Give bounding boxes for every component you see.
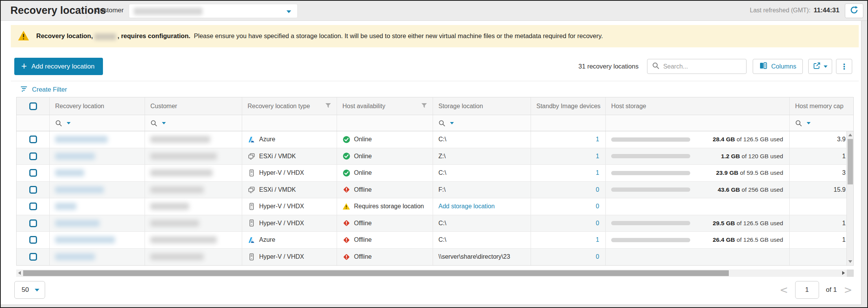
standby-devices-count-link[interactable]: 0 [596,253,599,260]
chevron-down-icon [67,122,71,124]
table-filter-row [17,115,853,131]
table-row[interactable]: Hyper-V / VHDX Offline \\server\share\di… [17,249,853,266]
standby-devices-count-link[interactable]: 1 [596,169,599,176]
table-row[interactable]: Hyper-V / VHDX Offline C:\ 0 29.5 GB of … [17,215,853,232]
scroll-up-icon[interactable] [848,134,852,136]
horizontal-scrollbar[interactable] [16,270,847,277]
hyperv-vhdx-icon [249,253,254,261]
customer-name-redacted [150,236,217,243]
table-row[interactable]: Azure Online C:\ 1 28.4 GB of 126.5 GB u… [17,131,853,148]
page-number-input[interactable] [795,281,819,299]
host-storage-usage-text: 29.5 GB of 126.5 GB used [713,220,789,227]
add-storage-location-link[interactable]: Add storage location [438,203,495,210]
recovery-location-link-redacted[interactable] [55,203,76,210]
row-checkbox[interactable] [29,152,37,160]
filter-funnel-icon[interactable] [325,103,331,110]
last-refreshed-time: 11:44:31 [814,7,839,14]
search-input[interactable] [663,63,743,70]
create-filter-link[interactable]: Create Filter [20,85,67,94]
top-header-bar: Recovery locations Customer Last refresh… [1,1,867,21]
recovery-location-link-redacted[interactable] [55,136,108,143]
column-header-customer[interactable]: Customer [145,97,242,115]
search-icon [652,62,659,71]
standby-devices-count-link[interactable]: 1 [596,136,599,143]
recovery-location-link-redacted[interactable] [55,186,104,193]
standby-devices-count-link[interactable]: 1 [596,236,599,243]
customer-name-redacted [150,153,217,160]
recovery-location-type: ESXi / VMDK [259,186,296,193]
recovery-location-type: Hyper-V / VHDX [259,169,304,176]
refresh-button[interactable] [845,3,863,18]
export-icon [813,62,821,71]
azure-icon [248,237,255,243]
columns-button[interactable]: Columns [753,59,803,74]
column-header-recovery-location[interactable]: Recovery location [50,97,145,115]
recovery-location-link-redacted[interactable] [55,220,99,227]
table-row[interactable]: Hyper-V / VHDX Requires storage location… [17,198,853,215]
row-checkbox[interactable] [29,253,37,261]
customer-name-redacted [150,220,199,227]
row-checkbox[interactable] [29,169,37,177]
customer-select[interactable] [129,4,298,18]
host-storage-bar [611,221,690,225]
row-checkbox[interactable] [29,136,37,143]
column-header-standby-devices[interactable]: Standby Image devices [531,97,606,115]
column-header-type[interactable]: Recovery location type [242,97,337,115]
column-search-control[interactable] [55,120,71,127]
scroll-right-icon[interactable] [842,271,845,275]
customer-name-redacted [150,203,189,210]
column-search-control[interactable] [150,120,166,127]
recovery-location-link-redacted[interactable] [55,169,84,176]
column-search-control[interactable] [795,120,811,127]
column-header-host-storage[interactable]: Host storage [606,97,790,115]
columns-icon [759,62,767,71]
table-row[interactable]: Hyper-V / VHDX Online C:\ 1 23.9 GB of 5… [17,165,853,182]
vertical-scrollbar[interactable] [846,131,853,265]
offline-alert-icon [343,253,350,261]
host-memory-value: 3.9 [837,136,846,143]
add-recovery-location-button[interactable]: + Add recovery location [14,58,103,75]
recovery-location-type: Azure [259,136,275,143]
scroll-down-icon[interactable] [848,260,852,263]
standby-devices-count-link[interactable]: 0 [596,220,599,227]
host-availability-status: Online [354,169,372,176]
row-checkbox[interactable] [29,186,37,194]
chevron-down-icon [287,10,291,13]
chevron-down-icon [162,122,166,124]
export-button[interactable] [808,59,832,74]
previous-page-icon[interactable]: < [780,285,788,295]
table-row[interactable]: ESXi / VMDK Online Z:\ 1 1.2 GB of 120 G… [17,148,853,165]
more-actions-button[interactable]: ⋮ [836,59,852,74]
column-search-control[interactable] [438,120,454,127]
row-checkbox[interactable] [29,219,37,227]
recovery-location-link-redacted[interactable] [55,153,95,160]
table-row[interactable]: ESXi / VMDK Offline F:\ 0 43.6 GB of 256… [17,182,853,199]
filter-funnel-icon[interactable] [421,103,427,110]
table-row[interactable]: Azure Offline C:\ 1 26.4 GB of 126.5 GB … [17,232,853,249]
next-page-icon[interactable]: > [844,285,852,295]
recovery-location-link-redacted[interactable] [55,236,115,243]
horizontal-scrollbar-thumb[interactable] [23,270,729,276]
chevron-down-icon [824,65,828,68]
column-header-storage-location[interactable]: Storage location [433,97,531,115]
standby-devices-count-link[interactable]: 0 [596,203,599,210]
scroll-left-icon[interactable] [18,271,21,275]
standby-devices-count-link[interactable]: 0 [596,186,599,193]
column-header-host-availability[interactable]: Host availability [337,97,433,115]
row-checkbox[interactable] [29,236,37,244]
recovery-location-type: ESXi / VMDK [259,153,296,160]
customer-label: Customer [95,7,124,14]
standby-devices-count-link[interactable]: 1 [596,153,599,160]
vertical-scrollbar-thumb[interactable] [848,139,853,184]
row-checkbox[interactable] [29,203,37,210]
page-size-select[interactable]: 50 [14,281,45,299]
recovery-location-link-redacted[interactable] [55,253,95,260]
column-header-host-memory[interactable]: Host memory cap [790,97,854,115]
search-box[interactable] [647,59,747,74]
host-storage-usage-text: 1.2 GB of 120 GB used [721,153,789,160]
recovery-location-type: Azure [259,236,275,243]
recovery-location-type: Hyper-V / VHDX [259,220,304,227]
select-all-checkbox[interactable] [29,102,37,110]
scrollbar-corner [847,270,854,277]
storage-location-value: \\server\share\directory\23 [438,253,510,260]
